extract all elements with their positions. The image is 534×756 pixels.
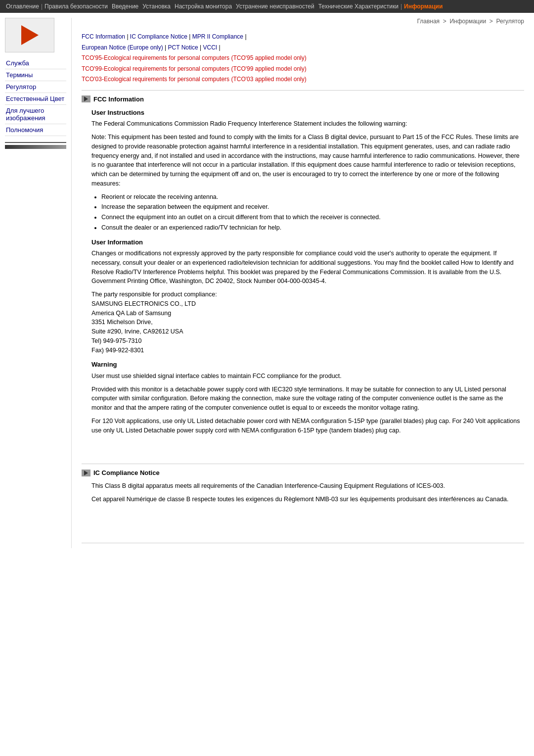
ic-section-header: IC Compliance Notice <box>82 469 524 476</box>
measure-2: Increase the separation between the equi… <box>101 202 524 212</box>
warning-heading: Warning <box>91 360 524 370</box>
sidebar-logo <box>5 18 54 52</box>
breadcrumb-page: Регулятор <box>496 18 524 25</box>
link-fcc-info[interactable]: FCC Information <box>82 33 125 40</box>
measure-3: Connect the equipment into an outlet on … <box>101 213 524 222</box>
note-text: Note: This equipment has been tested and… <box>91 133 524 189</box>
link-tco99[interactable]: TCO'99-Ecological requirements for perso… <box>82 64 524 75</box>
measure-1: Reorient or relocate the receiving anten… <box>101 192 524 202</box>
sidebar-link-service[interactable]: Служба <box>5 57 66 69</box>
content-area: Главная > Информации > Регулятор FCC Inf… <box>72 18 534 548</box>
nav-item-safety[interactable]: Правила безопасности <box>43 2 110 11</box>
ic-text2: Cet appareil Numérique de classe B respe… <box>91 495 524 504</box>
main-container: Служба Термины Регулятор Естественный Цв… <box>0 13 534 553</box>
sidebar: Служба Термины Регулятор Естественный Цв… <box>0 18 72 548</box>
sidebar-item-color[interactable]: Естественный Цвет <box>5 93 66 105</box>
power-text1: Provided with this monitor is a detachab… <box>91 385 524 413</box>
sidebar-link-color[interactable]: Естественный Цвет <box>5 93 66 104</box>
divider-bottom <box>82 543 524 543</box>
ic-section-title: IC Compliance Notice <box>93 469 160 476</box>
fcc-content: User Instructions The Federal Communicat… <box>91 108 524 435</box>
link-pct[interactable]: PCT Notice <box>168 44 198 51</box>
divider-top <box>82 90 524 91</box>
nav-item-setup[interactable]: Настройка монитора <box>173 2 234 11</box>
spacer-1 <box>82 439 524 459</box>
sidebar-link-terms[interactable]: Термины <box>5 69 66 81</box>
sidebar-item-service[interactable]: Служба <box>5 57 66 69</box>
link-mpr[interactable]: MPR II Compliance <box>192 33 243 40</box>
divider-middle <box>82 464 524 464</box>
party-text: The party responsible for product compli… <box>91 290 524 355</box>
link-tco03[interactable]: TCO'03-Ecological requirements for perso… <box>82 74 524 85</box>
link-vcci[interactable]: VCCI <box>203 44 218 51</box>
measures-list: Reorient or relocate the receiving anten… <box>101 192 524 233</box>
fcc-section-title: FCC Information <box>93 95 144 103</box>
breadcrumb-sep1: > <box>443 18 446 25</box>
user-info-text: Changes or modifications not expressly a… <box>91 249 524 286</box>
measure-4: Consult the dealer or an experienced rad… <box>101 223 524 233</box>
breadcrumb: Главная > Информации > Регулятор <box>82 18 524 27</box>
sidebar-item-terms[interactable]: Термины <box>5 69 66 81</box>
warning-text: User must use shielded signal interface … <box>91 372 524 381</box>
user-instructions-text: The Federal Communications Commission Ra… <box>91 119 524 129</box>
link-tco95[interactable]: TCO'95-Ecological requirements for perso… <box>82 53 524 64</box>
top-nav: Оглавление | Правила безопасности Введен… <box>0 0 534 13</box>
play-icon <box>21 25 39 45</box>
nav-item-install[interactable]: Установка <box>140 2 173 11</box>
nav-item-trouble[interactable]: Устранение неисправностей <box>234 2 316 11</box>
nav-item-contents[interactable]: Оглавление <box>4 2 41 11</box>
sidebar-item-auth[interactable]: Полномочия <box>5 124 66 136</box>
sidebar-link-regulator[interactable]: Регулятор <box>5 81 66 93</box>
breadcrumb-sep2: > <box>490 18 493 25</box>
breadcrumb-home: Главная <box>417 18 440 25</box>
spacer-2 <box>82 508 524 538</box>
fcc-section-icon <box>82 95 90 102</box>
sidebar-link-better[interactable]: Для лучшего изображения <box>5 105 66 124</box>
breadcrumb-info: Информации <box>449 18 486 25</box>
user-info-heading: User Information <box>91 237 524 247</box>
sidebar-bottom-bar <box>5 145 66 149</box>
fcc-section-header: FCC Information <box>82 95 524 103</box>
sidebar-bottom <box>5 142 66 149</box>
link-ic-compliance[interactable]: IC Compliance Notice <box>130 33 187 40</box>
ic-text1: This Class B digital apparatus meets all… <box>91 481 524 491</box>
nav-item-specs[interactable]: Технические Характеристики <box>316 2 400 11</box>
ic-section-icon <box>82 470 90 476</box>
sidebar-link-auth[interactable]: Полномочия <box>5 124 66 136</box>
user-instructions-heading: User Instructions <box>91 108 524 118</box>
sidebar-item-better[interactable]: Для лучшего изображения <box>5 105 66 124</box>
link-bar: FCC Information | IC Compliance Notice |… <box>82 32 524 85</box>
sidebar-nav: Служба Термины Регулятор Естественный Цв… <box>5 57 66 136</box>
power-text2: For 120 Volt applications, use only UL L… <box>91 417 524 435</box>
sidebar-item-regulator[interactable]: Регулятор <box>5 81 66 93</box>
nav-item-intro[interactable]: Введение <box>110 2 140 11</box>
link-eu[interactable]: European Notice (Europe only) <box>82 44 163 51</box>
ic-content: This Class B digital apparatus meets all… <box>91 481 524 504</box>
nav-item-info[interactable]: Информации <box>402 2 445 11</box>
